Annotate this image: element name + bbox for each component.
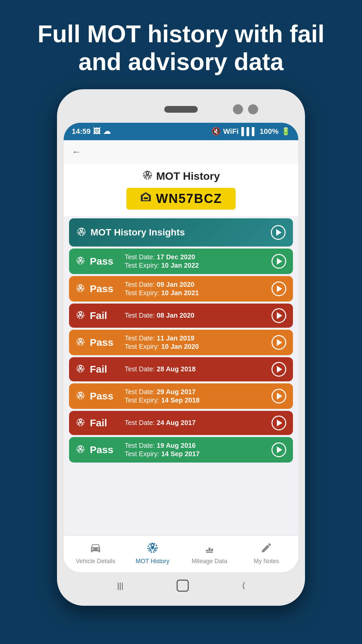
status-time: 14:59 xyxy=(72,127,90,136)
chart-icon xyxy=(203,542,216,556)
mot-record-3[interactable]: Pass Test Date: 11 Jan 2019Test Expiry: … xyxy=(69,330,293,355)
status-left: 14:59 🖼 ☁ xyxy=(72,127,111,136)
insights-icon xyxy=(76,227,86,238)
nav-item-notes[interactable]: My Notes xyxy=(238,542,295,565)
camera-1 xyxy=(233,104,243,114)
phone-bottom: ||| ⟨ xyxy=(64,572,298,599)
record-play-triangle-0 xyxy=(277,258,282,265)
plate-number: WN57BCZ xyxy=(156,192,222,206)
record-play-btn-1[interactable] xyxy=(272,281,286,296)
mot-record-1[interactable]: Pass Test Date: 09 Jan 2020Test Expiry: … xyxy=(69,276,293,302)
record-left-4: Fail Test Date: 28 Aug 2018 xyxy=(76,364,196,375)
back-bar: ← xyxy=(64,140,298,164)
record-play-btn-7[interactable] xyxy=(272,442,286,457)
signal-icon: ▌▌▌ xyxy=(241,127,257,136)
mot-record-4[interactable]: Fail Test Date: 28 Aug 2018 xyxy=(69,357,293,381)
record-icon-4 xyxy=(76,364,85,375)
garage-icon xyxy=(140,191,152,206)
record-dates-7: Test Date: 19 Aug 2016Test Expiry: 14 Se… xyxy=(125,442,199,458)
mot-record-7[interactable]: Pass Test Date: 19 Aug 2016Test Expiry: … xyxy=(69,437,293,463)
status-right: 🔇 WiFi ▌▌▌ 100% 🔋 xyxy=(212,127,290,136)
title-area: MOT History WN57BCZ xyxy=(64,164,298,216)
record-dates-6: Test Date: 24 Aug 2017 xyxy=(125,419,196,427)
record-play-triangle-7 xyxy=(277,446,282,453)
record-status-4: Fail xyxy=(90,364,120,375)
phone-frame: 14:59 🖼 ☁ 🔇 WiFi ▌▌▌ 100% 🔋 ← xyxy=(57,89,305,606)
mot-header: MOT History xyxy=(142,170,220,183)
nav-item-mot-history[interactable]: MOT History xyxy=(124,542,181,565)
mot-record-2[interactable]: Fail Test Date: 08 Jan 2020 xyxy=(69,304,293,328)
record-status-2: Fail xyxy=(90,310,120,321)
record-left-5: Pass Test Date: 29 Aug 2017Test Expiry: … xyxy=(76,388,199,404)
nav-label-notes: My Notes xyxy=(254,558,279,565)
record-left-3: Pass Test Date: 11 Jan 2019Test Expiry: … xyxy=(76,334,199,351)
gesture-back: ||| xyxy=(117,581,123,590)
status-cloud-icon: ☁ xyxy=(103,127,111,136)
record-play-triangle-1 xyxy=(277,285,282,292)
mute-icon: 🔇 xyxy=(212,127,221,136)
scroll-content: MOT History Insights Pass Test Date: 17 … xyxy=(64,216,298,535)
gesture-recent: ⟨ xyxy=(242,581,245,590)
record-dates-0: Test Date: 17 Dec 2020Test Expiry: 10 Ja… xyxy=(125,253,199,269)
record-icon-1 xyxy=(76,283,85,294)
biohazard-nav-icon xyxy=(146,542,159,556)
phone-top xyxy=(64,96,298,123)
battery-text: 100% xyxy=(260,127,279,136)
car-icon xyxy=(89,542,102,556)
battery-icon: 🔋 xyxy=(281,127,290,136)
record-play-btn-4[interactable] xyxy=(272,362,286,377)
record-dates-1: Test Date: 09 Jan 2020Test Expiry: 10 Ja… xyxy=(125,281,199,297)
record-icon-7 xyxy=(76,444,85,455)
status-bar: 14:59 🖼 ☁ 🔇 WiFi ▌▌▌ 100% 🔋 xyxy=(64,123,298,140)
pencil-icon xyxy=(260,542,273,556)
record-play-triangle-6 xyxy=(277,420,282,426)
nav-item-mileage[interactable]: Mileage Data xyxy=(181,542,238,565)
record-left-6: Fail Test Date: 24 Aug 2017 xyxy=(76,417,196,429)
back-button[interactable]: ← xyxy=(72,147,81,157)
record-status-3: Pass xyxy=(90,337,120,348)
insights-card[interactable]: MOT History Insights xyxy=(69,218,293,247)
record-status-7: Pass xyxy=(90,444,120,455)
wifi-icon: WiFi xyxy=(223,127,239,136)
nav-label-vehicle: Vehicle Details xyxy=(76,558,115,565)
mot-record-5[interactable]: Pass Test Date: 29 Aug 2017Test Expiry: … xyxy=(69,383,293,409)
record-status-1: Pass xyxy=(90,283,120,294)
camera-2 xyxy=(248,104,258,114)
page-header: Full MOT history with fail and advisory … xyxy=(0,0,362,89)
record-dates-2: Test Date: 08 Jan 2020 xyxy=(125,312,194,319)
phone-speaker xyxy=(164,106,198,113)
gesture-home xyxy=(177,580,189,592)
record-dates-3: Test Date: 11 Jan 2019Test Expiry: 10 Ja… xyxy=(125,334,199,351)
record-icon-6 xyxy=(76,418,85,428)
nav-label-mot: MOT History xyxy=(136,558,170,565)
insights-left: MOT History Insights xyxy=(76,227,185,238)
mot-title-text: MOT History xyxy=(156,170,220,182)
record-icon-3 xyxy=(76,337,85,348)
record-play-btn-5[interactable] xyxy=(272,389,286,404)
records-list: Pass Test Date: 17 Dec 2020Test Expiry: … xyxy=(69,249,293,463)
record-dates-5: Test Date: 29 Aug 2017Test Expiry: 14 Se… xyxy=(125,388,199,404)
record-play-triangle-5 xyxy=(277,393,282,399)
bottom-nav: Vehicle Details MOT History xyxy=(64,535,298,572)
record-play-btn-3[interactable] xyxy=(272,335,286,350)
insights-play-btn[interactable] xyxy=(271,225,286,240)
record-play-triangle-4 xyxy=(277,366,282,373)
record-status-6: Fail xyxy=(90,417,120,429)
mot-record-0[interactable]: Pass Test Date: 17 Dec 2020Test Expiry: … xyxy=(69,249,293,274)
record-left-1: Pass Test Date: 09 Jan 2020Test Expiry: … xyxy=(76,281,199,297)
record-icon-2 xyxy=(76,310,85,321)
mot-record-6[interactable]: Fail Test Date: 24 Aug 2017 xyxy=(69,411,293,435)
record-play-triangle-2 xyxy=(277,312,282,319)
record-play-btn-2[interactable] xyxy=(272,308,286,323)
record-play-triangle-3 xyxy=(277,339,282,346)
status-image-icon: 🖼 xyxy=(93,127,101,136)
phone-cameras xyxy=(233,104,258,114)
record-left-0: Pass Test Date: 17 Dec 2020Test Expiry: … xyxy=(76,253,199,269)
nav-label-mileage: Mileage Data xyxy=(192,558,227,565)
record-status-0: Pass xyxy=(90,256,120,267)
phone-screen: 14:59 🖼 ☁ 🔇 WiFi ▌▌▌ 100% 🔋 ← xyxy=(64,123,298,572)
record-play-btn-0[interactable] xyxy=(272,254,286,269)
nav-item-vehicle-details[interactable]: Vehicle Details xyxy=(67,542,124,565)
record-left-7: Pass Test Date: 19 Aug 2016Test Expiry: … xyxy=(76,442,199,458)
record-play-btn-6[interactable] xyxy=(272,416,286,430)
